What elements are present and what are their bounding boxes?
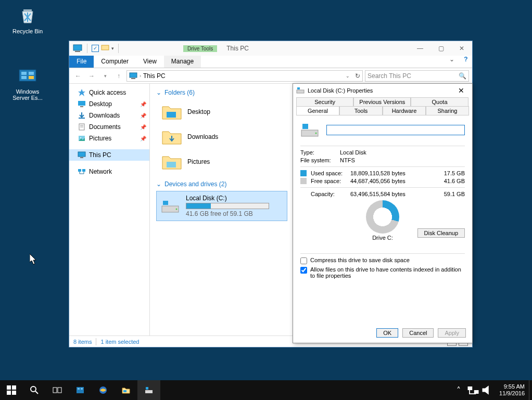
tab-tools[interactable]: Tools: [339, 106, 383, 115]
search-button[interactable]: [23, 380, 46, 400]
search-icon[interactable]: 🔍: [459, 72, 466, 80]
close-button[interactable]: ✕: [451, 41, 472, 56]
help-icon[interactable]: ?: [460, 56, 472, 68]
nav-documents[interactable]: Documents📌: [69, 121, 149, 133]
refresh-button[interactable]: ↻: [355, 72, 360, 80]
recent-locations-button[interactable]: ▾: [99, 70, 111, 82]
label-capacity: Capacity:: [311, 191, 350, 197]
qat-checkbox-icon[interactable]: ✓: [92, 45, 99, 52]
tray-volume-icon[interactable]: [480, 380, 495, 400]
cancel-button[interactable]: Cancel: [402, 328, 434, 338]
back-button[interactable]: ←: [72, 70, 84, 82]
tab-general[interactable]: General: [296, 106, 339, 115]
ribbon-tab-file[interactable]: File: [69, 56, 94, 68]
desktop-icon-windows-server[interactable]: Windows Server Es...: [9, 66, 46, 101]
show-desktop-button[interactable]: [529, 380, 532, 400]
disk-cleanup-button[interactable]: Disk Cleanup: [417, 228, 465, 238]
desktop-icon: [78, 100, 86, 108]
volume-name-input[interactable]: [326, 125, 465, 135]
drive-usage-bar: [186, 203, 269, 209]
svg-rect-22: [82, 169, 85, 172]
label-filesystem: File system:: [300, 157, 340, 163]
svg-point-27: [176, 209, 178, 210]
capacity-bytes: 63,496,515,584 bytes: [350, 191, 417, 197]
pin-icon: 📌: [140, 101, 146, 107]
svg-rect-49: [474, 390, 479, 394]
start-button[interactable]: [0, 380, 23, 400]
svg-rect-7: [75, 51, 80, 52]
address-dropdown-icon[interactable]: ⌄: [346, 73, 350, 79]
dialog-titlebar[interactable]: Local Disk (C:) Properties ✕: [293, 84, 472, 97]
address-bar: ← → ▾ ↑ › This PC ⌄ ↻ Search This PC 🔍: [69, 68, 472, 84]
pin-icon: 📌: [140, 113, 146, 119]
taskbar-app-explorer[interactable]: [115, 380, 137, 400]
svg-rect-28: [297, 90, 304, 93]
checkbox-index[interactable]: Allow files on this drive to have conten…: [300, 266, 465, 279]
server-icon: [17, 66, 38, 86]
tab-security[interactable]: Security: [296, 97, 353, 106]
ok-button[interactable]: OK: [376, 328, 398, 338]
titlebar[interactable]: ✓ ▾ Drive Tools This PC — ▢ ✕: [69, 41, 472, 56]
tray-chevron-up-icon[interactable]: ˄: [451, 380, 466, 400]
svg-rect-31: [302, 124, 308, 129]
tab-sharing[interactable]: Sharing: [426, 106, 469, 115]
tab-hardware[interactable]: Hardware: [383, 106, 426, 115]
tab-set: Security Previous Versions Quota General…: [296, 97, 469, 115]
nav-this-pc[interactable]: This PC: [69, 149, 149, 161]
desktop-icon-label: Recycle Bin: [9, 28, 46, 34]
svg-rect-6: [73, 45, 82, 50]
taskbar-app-ie[interactable]: [92, 380, 115, 400]
taskbar-app-drive-properties[interactable]: [137, 380, 160, 400]
downloads-icon: [78, 111, 86, 120]
checkbox-compress[interactable]: Compress this drive to save disk space: [300, 257, 465, 264]
qat-dropdown-icon[interactable]: ▾: [111, 46, 114, 51]
up-button[interactable]: ↑: [113, 70, 124, 82]
search-box[interactable]: Search This PC 🔍: [365, 70, 469, 82]
tab-quota[interactable]: Quota: [411, 97, 468, 106]
contextual-tab-drive-tools[interactable]: Drive Tools: [183, 45, 217, 52]
svg-rect-40: [58, 388, 61, 393]
taskbar-app-server-manager[interactable]: [69, 380, 92, 400]
forward-button[interactable]: →: [86, 70, 97, 82]
svg-point-37: [31, 386, 36, 392]
nav-desktop[interactable]: Desktop📌: [69, 98, 149, 110]
used-swatch: [300, 170, 307, 176]
close-button[interactable]: ✕: [453, 86, 469, 95]
maximize-button[interactable]: ▢: [430, 41, 451, 56]
drive-local-disk-c[interactable]: Local Disk (C:) 41.6 GB free of 59.1 GB: [156, 191, 287, 221]
svg-point-32: [315, 133, 317, 134]
svg-point-18: [80, 137, 81, 138]
used-gb: 17.5 GB: [417, 170, 465, 176]
ribbon-expand-icon[interactable]: ⌄: [444, 56, 460, 68]
ribbon: File Computer View Manage ⌄ ?: [69, 56, 472, 68]
ribbon-tab-computer[interactable]: Computer: [94, 56, 136, 68]
taskbar-clock[interactable]: 9:55 AM 11/9/2016: [495, 383, 529, 397]
nav-pictures[interactable]: Pictures📌: [69, 133, 149, 144]
ribbon-tab-manage[interactable]: Manage: [164, 56, 201, 68]
taskbar: ˄ 9:55 AM 11/9/2016: [0, 380, 532, 400]
nav-network[interactable]: Network: [69, 166, 149, 177]
free-swatch: [300, 178, 307, 184]
svg-rect-5: [29, 76, 34, 79]
address-box[interactable]: › This PC ⌄ ↻: [126, 70, 363, 82]
apply-button[interactable]: Apply: [438, 328, 466, 338]
free-gb: 41.6 GB: [417, 178, 465, 184]
svg-rect-12: [80, 106, 83, 107]
tray-network-icon[interactable]: [466, 380, 480, 400]
minimize-button[interactable]: —: [410, 41, 430, 56]
tab-previous-versions[interactable]: Previous Versions: [353, 97, 411, 106]
svg-rect-19: [78, 152, 85, 157]
svg-rect-35: [7, 391, 11, 395]
desktop-icon-recycle-bin[interactable]: Recycle Bin: [9, 5, 46, 34]
task-view-button[interactable]: [46, 380, 69, 400]
qat-folder-icon[interactable]: [101, 44, 109, 53]
dialog-title: Local Disk (C:) Properties: [308, 87, 373, 94]
ribbon-tab-view[interactable]: View: [136, 56, 164, 68]
svg-rect-33: [7, 385, 11, 390]
desktop-icon-label: Windows Server Es...: [9, 88, 46, 101]
nav-quick-access[interactable]: Quick access: [69, 87, 149, 98]
window-title: This PC: [226, 45, 249, 52]
svg-rect-11: [78, 101, 85, 106]
nav-downloads[interactable]: Downloads📌: [69, 110, 149, 121]
status-item-count: 8 items: [73, 339, 92, 345]
